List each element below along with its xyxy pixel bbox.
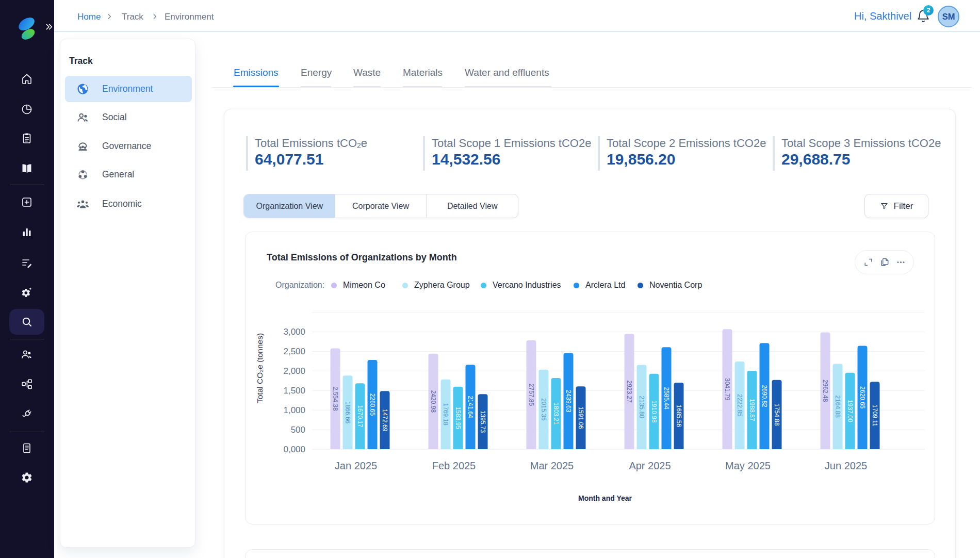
svg-text:Apr 2025: Apr 2025 <box>629 460 671 471</box>
svg-text:2015.35: 2015.35 <box>540 398 547 421</box>
svg-text:1937.00: 1937.00 <box>846 400 854 422</box>
svg-text:2620.65: 2620.65 <box>859 386 866 409</box>
svg-text:1988.87: 1988.87 <box>748 399 756 421</box>
svg-text:2690.82: 2690.82 <box>761 385 768 407</box>
svg-text:Total CO₂e (tonnes): Total CO₂e (tonnes) <box>255 333 264 403</box>
svg-text:2439.63: 2439.63 <box>565 390 572 413</box>
svg-text:Jan 2025: Jan 2025 <box>335 460 377 471</box>
svg-text:3,000: 3,000 <box>283 327 305 337</box>
svg-text:1803.21: 1803.21 <box>552 402 560 425</box>
svg-text:2260.65: 2260.65 <box>369 393 376 416</box>
svg-text:1709.11: 1709.11 <box>871 404 878 426</box>
svg-text:2757.85: 2757.85 <box>528 384 535 406</box>
svg-text:0,000: 0,000 <box>283 445 305 454</box>
svg-text:2135.80: 2135.80 <box>638 396 645 419</box>
svg-text:2,000: 2,000 <box>283 366 305 376</box>
svg-text:1910.98: 1910.98 <box>650 400 658 423</box>
svg-text:1866.66: 1866.66 <box>344 401 351 424</box>
svg-text:2,554.38: 2,554.38 <box>332 387 339 411</box>
svg-text:2164.88: 2164.88 <box>834 396 841 418</box>
svg-text:1754.88: 1754.88 <box>773 403 780 426</box>
svg-text:2585.44: 2585.44 <box>663 387 670 409</box>
svg-text:1583.95: 1583.95 <box>454 407 462 430</box>
svg-text:500: 500 <box>291 425 305 435</box>
svg-text:2962.48: 2962.48 <box>822 380 829 402</box>
svg-text:Month and Year: Month and Year <box>578 494 632 502</box>
svg-text:2141.64: 2141.64 <box>467 396 474 418</box>
svg-text:1685.56: 1685.56 <box>675 405 682 428</box>
svg-text:1769.18: 1769.18 <box>442 403 449 426</box>
svg-text:1670.17: 1670.17 <box>356 405 364 428</box>
svg-text:1,500: 1,500 <box>283 386 305 396</box>
svg-text:May 2025: May 2025 <box>725 460 771 471</box>
svg-text:1472.69: 1472.69 <box>381 409 388 432</box>
svg-text:1591.06: 1591.06 <box>577 406 584 429</box>
svg-text:2923.27: 2923.27 <box>626 381 633 403</box>
svg-text:1395.73: 1395.73 <box>479 411 486 433</box>
svg-text:3041.79: 3041.79 <box>724 378 731 401</box>
svg-text:2222.85: 2222.85 <box>736 394 743 417</box>
svg-text:2,500: 2,500 <box>283 347 305 356</box>
svg-text:1,000: 1,000 <box>283 405 305 415</box>
svg-text:Feb 2025: Feb 2025 <box>432 460 476 471</box>
svg-text:Jun 2025: Jun 2025 <box>825 460 867 471</box>
svg-text:Mar 2025: Mar 2025 <box>530 460 574 471</box>
svg-text:2420.98: 2420.98 <box>430 390 437 413</box>
